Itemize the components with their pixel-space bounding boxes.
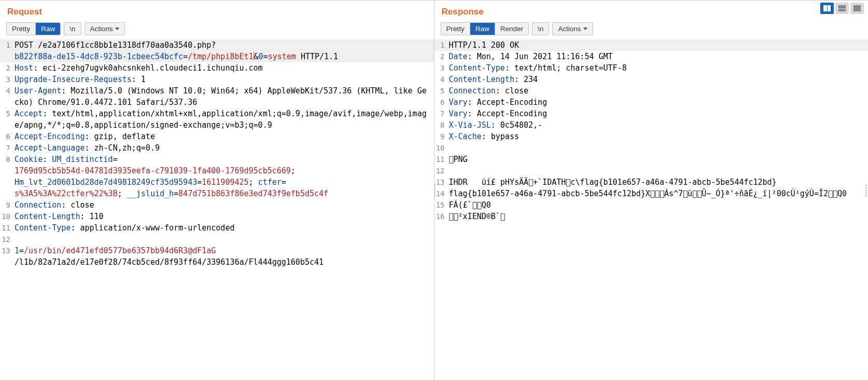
line-content[interactable]: Connection: close (449, 85, 869, 97)
line-number: 1 (0, 39, 15, 62)
line-content[interactable]: Vary: Accept-Encoding (449, 97, 869, 108)
response-line: 4Content-Length: 234 (435, 74, 869, 85)
line-number: 8 (435, 119, 449, 131)
line-content[interactable]: Content-Length: 110 (15, 211, 434, 222)
line-content[interactable]: ￿￿²xIEND®B`￿ (449, 211, 869, 222)
line-number: 14 (435, 188, 449, 199)
line-number: 8 (0, 154, 15, 199)
request-line: 3Upgrade-Insecure-Requests: 1 (0, 74, 434, 85)
response-line: 8X-Via-JSL: 0c54802,- (435, 119, 869, 131)
response-line: 13IHDR üí£ pHYsÄÄ￿+`IDATH￿c\flag{b101e65… (435, 177, 869, 188)
line-content[interactable]: Content-Length: 234 (449, 74, 869, 85)
request-newline-toggle[interactable]: \n (64, 22, 81, 35)
request-actions-menu[interactable]: Actions (85, 22, 125, 35)
line-content[interactable] (15, 234, 434, 245)
request-line: 6Accept-Encoding: gzip, deflate (0, 131, 434, 142)
line-number: 15 (435, 199, 449, 211)
line-number: 9 (0, 199, 15, 211)
response-line: 6Vary: Accept-Encoding (435, 97, 869, 108)
layout-single-button[interactable] (850, 3, 864, 14)
line-content[interactable]: Connection: close (15, 199, 434, 211)
rows-icon (838, 5, 846, 11)
main-container: Request Pretty Raw \n Actions 1POST /e2a… (0, 1, 868, 380)
line-number: 10 (435, 142, 449, 154)
line-content[interactable]: POST /e2a7106f1cc8bb1e1318df70aa0a3540.p… (15, 39, 434, 62)
line-content[interactable] (449, 165, 869, 177)
line-number: 11 (435, 154, 449, 165)
line-number: 4 (0, 85, 15, 108)
square-icon (853, 5, 861, 11)
line-number: 5 (435, 85, 449, 97)
line-content[interactable]: IHDR üí£ pHYsÄÄ￿+`IDATH￿c\flag{b101e657-… (449, 177, 869, 188)
line-content[interactable]: ￿PNG (449, 154, 869, 165)
response-line: 15FÁ(£`￿￿Q0 (435, 199, 869, 211)
line-content[interactable]: HTTP/1.1 200 OK (449, 39, 869, 51)
response-editor[interactable]: 1HTTP/1.1 200 OK2Date: Mon, 14 Jun 2021 … (435, 39, 869, 380)
request-line: 9Connection: close (0, 199, 434, 211)
line-content[interactable]: Accept-Encoding: gzip, deflate (15, 131, 434, 142)
request-line: 1POST /e2a7106f1cc8bb1e1318df70aa0a3540.… (0, 39, 434, 62)
line-number: 13 (435, 177, 449, 188)
request-line: 11Content-Type: application/x-www-form-u… (0, 222, 434, 234)
request-pane: Request Pretty Raw \n Actions 1POST /e2a… (0, 1, 435, 380)
request-editor[interactable]: 1POST /e2a7106f1cc8bb1e1318df70aa0a3540.… (0, 39, 434, 380)
line-content[interactable]: Accept-Language: zh-CN,zh;q=0.9 (15, 142, 434, 154)
response-line: 14flag{b101e657-a46a-4791-abcb-5be544fc1… (435, 188, 869, 199)
line-number: 5 (0, 108, 15, 131)
line-content[interactable]: Upgrade-Insecure-Requests: 1 (15, 74, 434, 85)
response-tab-raw[interactable]: Raw (470, 23, 495, 35)
line-content[interactable]: FÁ(£`￿￿Q0 (449, 199, 869, 211)
response-line: 3Content-Type: text/html; charset=UTF-8 (435, 62, 869, 74)
line-content[interactable]: User-Agent: Mozilla/5.0 (Windows NT 10.0… (15, 85, 434, 108)
line-number: 10 (0, 211, 15, 222)
line-content[interactable]: X-Via-JSL: 0c54802,- (449, 119, 869, 131)
response-line: 5Connection: close (435, 85, 869, 97)
line-content[interactable]: Host: eci-2zehg7ugvk0ahcsnkehl.cloudeci1… (15, 62, 434, 74)
line-content[interactable]: Date: Mon, 14 Jun 2021 11:16:54 GMT (449, 51, 869, 62)
request-toolbar: Pretty Raw \n Actions (0, 22, 434, 39)
response-line: 1HTTP/1.1 200 OK (435, 39, 869, 51)
request-tab-raw[interactable]: Raw (36, 23, 60, 35)
line-content[interactable]: X-Cache: bypass (449, 131, 869, 142)
response-line: 7Vary: Accept-Encoding (435, 108, 869, 119)
response-newline-toggle[interactable]: \n (532, 22, 549, 35)
response-line: 9X-Cache: bypass (435, 131, 869, 142)
line-content[interactable] (449, 142, 869, 154)
response-actions-label: Actions (558, 25, 581, 33)
line-content[interactable]: Content-Type: text/html; charset=UTF-8 (449, 62, 869, 74)
layout-vertical-button[interactable] (820, 3, 834, 14)
line-number: 4 (435, 74, 449, 85)
line-number: 3 (435, 62, 449, 74)
line-content[interactable]: Content-Type: application/x-www-form-url… (15, 222, 434, 234)
line-number: 12 (0, 234, 15, 245)
line-number: 2 (0, 62, 15, 74)
request-line: 10Content-Length: 110 (0, 211, 434, 222)
line-number: 12 (435, 165, 449, 177)
line-number: 6 (435, 97, 449, 108)
request-view-tabs: Pretty Raw (6, 22, 61, 35)
request-title: Request (0, 1, 434, 22)
response-line: 16￿￿²xIEND®B`￿ (435, 211, 869, 222)
line-content[interactable]: Cookie: UM_distinctid=1769d95cb5b54d-047… (15, 154, 434, 199)
request-tab-pretty[interactable]: Pretty (7, 23, 36, 35)
chevron-down-icon (115, 28, 119, 30)
response-actions-menu[interactable]: Actions (552, 22, 593, 35)
request-line: 8Cookie: UM_distinctid=1769d95cb5b54d-04… (0, 154, 434, 199)
response-view-tabs: Pretty Raw Render (441, 22, 529, 35)
right-drag-handle[interactable] (865, 184, 867, 196)
line-content[interactable]: 1=/usr/bin/ed471efd0577be6357bb94d6R3@dF… (15, 245, 434, 268)
response-pane: Response Pretty Raw Render \n Actions 1H… (435, 1, 869, 380)
response-line: 2Date: Mon, 14 Jun 2021 11:16:54 GMT (435, 51, 869, 62)
response-tab-pretty[interactable]: Pretty (441, 23, 470, 35)
request-line: 7Accept-Language: zh-CN,zh;q=0.9 (0, 142, 434, 154)
line-number: 7 (0, 142, 15, 154)
chevron-down-icon (583, 28, 587, 30)
layout-horizontal-button[interactable] (835, 3, 849, 14)
line-number: 16 (435, 211, 449, 222)
line-content[interactable]: flag{b101e657-a46a-4791-abcb-5be544fc12b… (449, 188, 869, 199)
line-content[interactable]: Vary: Accept-Encoding (449, 108, 869, 119)
line-number: 11 (0, 222, 15, 234)
response-tab-render[interactable]: Render (495, 23, 528, 35)
line-number: 13 (0, 245, 15, 268)
line-content[interactable]: Accept: text/html,application/xhtml+xml,… (15, 108, 434, 131)
